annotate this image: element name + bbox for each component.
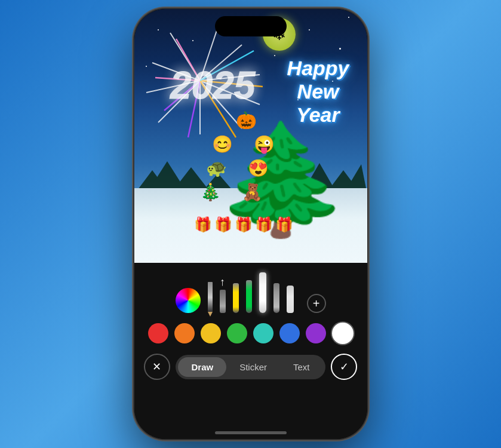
canvas-area[interactable]: ❄ — [134, 9, 367, 266]
gift-1: 🎁 — [194, 216, 212, 233]
plus-icon: + — [313, 297, 320, 311]
mode-tabs: Draw Sticker Text — [176, 355, 325, 379]
green-marker-icon — [246, 280, 252, 313]
color-yellow[interactable] — [201, 323, 221, 343]
emoji-lll: 🎄 — [200, 182, 221, 202]
color-green[interactable] — [227, 323, 247, 343]
color-teal[interactable] — [253, 323, 273, 343]
emoji-rl: 😍 — [248, 158, 269, 178]
emoji-ll: 🐢 — [206, 158, 227, 178]
cancel-icon: ✕ — [152, 360, 161, 373]
arrow-tool[interactable]: ↑ — [220, 276, 226, 313]
emoji-left: 😊 — [212, 134, 233, 154]
confirm-button[interactable]: ✓ — [331, 354, 357, 380]
add-tool-button[interactable]: + — [307, 294, 326, 313]
gray-marker-tool[interactable] — [273, 283, 279, 313]
gift-5: 🎁 — [275, 216, 293, 233]
confirm-icon: ✓ — [340, 360, 349, 373]
svg-text:2025: 2025 — [170, 64, 256, 107]
gift-boxes: 🎁 🎁 🎁 🎁 🎁 — [194, 216, 293, 233]
color-red[interactable] — [148, 323, 168, 343]
yellow-marker-icon — [233, 283, 239, 313]
emoji-rrr: 🧸 — [242, 182, 263, 202]
tab-sticker[interactable]: Sticker — [226, 357, 280, 377]
color-orange[interactable] — [174, 323, 195, 343]
gray-marker-icon — [273, 283, 279, 313]
green-marker-tool[interactable] — [246, 280, 252, 313]
dynamic-island — [215, 16, 287, 36]
yellow-marker-tool[interactable] — [233, 283, 239, 313]
tab-text[interactable]: Text — [280, 357, 323, 377]
white-marker-tool[interactable] — [259, 272, 266, 313]
tree-decorations: 🎃 😊 😜 🐢 😍 🎄 🧸 — [200, 111, 319, 230]
eraser-icon — [287, 286, 294, 313]
home-indicator — [215, 431, 287, 434]
eraser-tool[interactable] — [287, 286, 294, 313]
white-marker-icon — [259, 272, 266, 313]
tools-row: ↑ — [134, 272, 367, 313]
arrow-icon — [220, 290, 226, 313]
drawing-toolbar: ↑ — [134, 263, 367, 439]
tab-draw[interactable]: Draw — [178, 357, 226, 377]
phone-frame: ❄ — [134, 9, 367, 439]
gift-2: 🎁 — [214, 216, 232, 233]
pencil-tool[interactable] — [208, 282, 213, 313]
color-blue[interactable] — [279, 323, 300, 343]
colors-row — [134, 323, 367, 344]
emoji-top: 🎃 — [236, 111, 257, 130]
color-white-selected[interactable] — [332, 323, 354, 344]
gift-3: 🎁 — [235, 216, 253, 233]
color-wheel[interactable] — [176, 288, 201, 313]
pencil-icon — [208, 282, 213, 313]
emoji-right: 😜 — [254, 134, 275, 154]
arrow-up-icon: ↑ — [220, 276, 225, 289]
mode-tabs-row: ✕ Draw Sticker Text ✓ — [134, 354, 367, 380]
gift-4: 🎁 — [255, 216, 273, 233]
color-purple[interactable] — [306, 323, 326, 343]
cancel-button[interactable]: ✕ — [144, 354, 170, 380]
